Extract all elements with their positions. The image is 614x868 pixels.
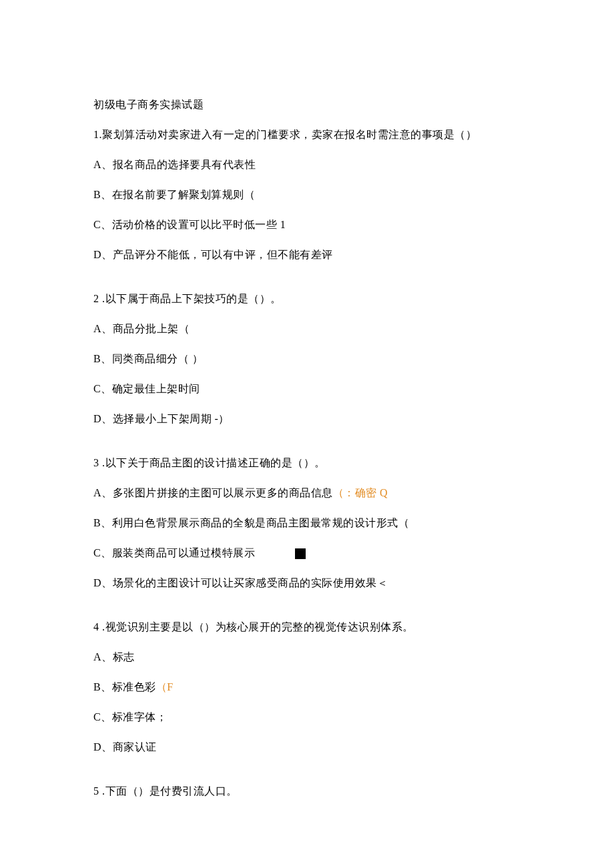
question-4-option-b: B、标准色彩（F [93, 679, 521, 695]
question-1-option-c: C、活动价格的设置可以比平时低一些 1 [93, 217, 521, 233]
black-square-icon [295, 548, 306, 559]
spacer [93, 605, 521, 619]
question-4-option-c: C、标准字体； [93, 709, 521, 725]
question-3-option-a: A、多张图片拼接的主图可以展示更多的商品信息（：确密 Q [93, 485, 521, 501]
question-3-option-b: B、利用白色背景展示商品的全貌是商品主图最常规的设计形式（ [93, 515, 521, 531]
annotation-text: （F [156, 681, 174, 693]
question-4-stem: 4 .视觉识别主要是以（）为核心展开的完整的视觉传达识别体系。 [93, 619, 521, 635]
question-5-stem: 5 .下面（）是付费引流人口。 [93, 783, 521, 799]
question-1-option-a: A、报名商品的选择要具有代表性 [93, 157, 521, 173]
annotation-text: （：确密 Q [333, 487, 388, 498]
question-1-stem: 1.聚划算活动对卖家进入有一定的门槛要求，卖家在报名时需注意的事项是（） [93, 127, 521, 143]
question-4-option-d: D、商家认证 [93, 739, 521, 755]
question-3-option-c: C、服装类商品可以通过模特展示 [93, 545, 521, 561]
question-2-stem: 2 .以下属于商品上下架技巧的是（）。 [93, 291, 521, 307]
question-3-option-a-text: A、多张图片拼接的主图可以展示更多的商品信息 [93, 487, 333, 498]
question-2-option-a: A、商品分批上架（ [93, 321, 521, 337]
question-3-option-c-text: C、服装类商品可以通过模特展示 [93, 547, 255, 558]
question-1-option-d: D、产品评分不能低，可以有中评，但不能有差评 [93, 247, 521, 263]
question-2-option-c: C、确定最佳上架时间 [93, 381, 521, 397]
question-4-option-a: A、标志 [93, 649, 521, 665]
spacer [93, 769, 521, 783]
spacer [93, 277, 521, 291]
question-1-option-b: B、在报名前要了解聚划算规则（ [93, 187, 521, 203]
question-4-option-b-text: B、标准色彩 [93, 681, 156, 693]
document-title: 初级电子商务实操试题 [93, 97, 521, 113]
spacer [93, 441, 521, 455]
question-3-option-d: D、场景化的主图设计可以让买家感受商品的实际使用效果＜ [93, 575, 521, 591]
question-2-option-b: B、同类商品细分（ ） [93, 351, 521, 367]
question-3-stem: 3 .以下关于商品主图的设计描述正确的是（）。 [93, 455, 521, 471]
document-page: 初级电子商务实操试题 1.聚划算活动对卖家进入有一定的门槛要求，卖家在报名时需注… [0, 0, 614, 868]
question-2-option-d: D、选择最小上下架周期 -） [93, 411, 521, 427]
